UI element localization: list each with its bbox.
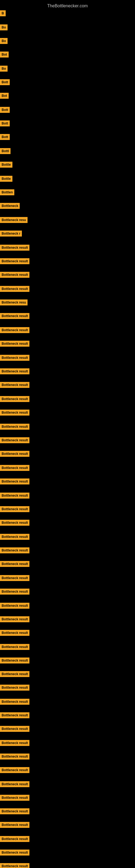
badge-item: Bottle — [0, 176, 12, 183]
badge-item: Bottleneck resu — [0, 300, 28, 307]
badge-label: Bottleneck result — [0, 368, 30, 374]
badge-item: Bottleneck result — [0, 767, 30, 774]
badge-label: Bottleneck result — [0, 849, 30, 856]
badge-label: Bottleneck result — [0, 657, 30, 663]
badge-item: Bottleneck — [0, 203, 20, 210]
badge-label: Bottleneck result — [0, 644, 30, 650]
badge-item: Bottleneck result — [0, 753, 30, 761]
site-title: TheBottlenecker.com — [0, 1, 135, 10]
badge-label: Bottleneck result — [0, 327, 30, 333]
badge-item: Bottleneck result — [0, 534, 30, 541]
badge-item: Bottleneck result — [0, 327, 30, 334]
badge-item: Bot — [0, 52, 9, 59]
badge-item: Bottleneck result — [0, 685, 30, 692]
badge-item: Bottleneck result — [0, 465, 30, 472]
badge-item: Bottleneck result — [0, 630, 30, 637]
badge-label: Bottleneck result — [0, 795, 30, 801]
badge-label: Bottleneck result — [0, 822, 30, 828]
badge-item: Bott — [0, 107, 10, 114]
badge-item: Bottleneck result — [0, 437, 30, 444]
badge-item: Bottleneck result — [0, 822, 30, 829]
badge-item: Bottleneck result — [0, 740, 30, 747]
badge-label: Bottleneck result — [0, 712, 30, 718]
badge-label: Bottleneck result — [0, 699, 30, 705]
badge-label: Bottleneck result — [0, 493, 30, 499]
badge-label: Bottleneck result — [0, 258, 30, 264]
badge-label: Bottle — [0, 176, 12, 182]
badge-label: Bottleneck resu — [0, 300, 28, 305]
badge-item: Bottlen — [0, 189, 14, 196]
badge-label: Bott — [0, 79, 10, 85]
badge-label: B — [0, 10, 6, 16]
badge-item: Bottleneck result — [0, 478, 30, 486]
badge-label: Bottleneck r — [0, 230, 22, 237]
badge-item: Bottleneck result — [0, 368, 30, 375]
badge-item: Bottleneck result — [0, 589, 30, 596]
badge-item: Bottleneck result — [0, 493, 30, 500]
badge-label: Bottleneck result — [0, 355, 30, 361]
badge-item: Bottleneck result — [0, 603, 30, 610]
badge-item: Bottleneck result — [0, 657, 30, 664]
badge-label: Bottleneck result — [0, 286, 30, 292]
badge-item: Bottleneck result — [0, 849, 30, 857]
badge-label: Bottleneck result — [0, 506, 30, 512]
badge-item: Bottleneck result — [0, 506, 30, 513]
badge-label: Bottleneck result — [0, 630, 30, 636]
badge-item: Bottleneck result — [0, 451, 30, 458]
badge-item: Bottleneck resu — [0, 217, 28, 224]
badge-item: Bottleneck result — [0, 616, 30, 623]
badge-item: Bottleneck result — [0, 561, 30, 568]
badge-item: Bottleneck result — [0, 575, 30, 582]
badge-label: Bottleneck resu — [0, 217, 28, 223]
badge-item: Bottleneck result — [0, 699, 30, 706]
badge-label: Bottleneck result — [0, 410, 30, 415]
badge-item: Bottleneck result — [0, 726, 30, 733]
badge-item: Bottleneck result — [0, 286, 30, 293]
badge-label: Bottleneck result — [0, 272, 30, 278]
badge-label: Bottleneck result — [0, 589, 30, 595]
badge-item: Bottleneck result — [0, 396, 30, 403]
badge-label: Bottleneck result — [0, 767, 30, 773]
badge-label: Bottleneck result — [0, 451, 30, 457]
badge-item: Bottleneck result — [0, 382, 30, 389]
badge-item: Bottleneck result — [0, 836, 30, 843]
badge-label: Bottleneck result — [0, 396, 30, 402]
badge-label: Bottleneck result — [0, 863, 30, 868]
badge-label: Bottleneck result — [0, 671, 30, 677]
badge-label: Bottleneck — [0, 203, 20, 209]
badge-label: Bottlen — [0, 189, 14, 195]
badge-label: Bottl — [0, 148, 10, 154]
badge-item: Bottleneck result — [0, 410, 30, 416]
badge-item: Bottleneck result — [0, 644, 30, 651]
badge-item: Bott — [0, 79, 10, 86]
badge-item: Bottleneck result — [0, 781, 30, 788]
badge-label: Bottleneck result — [0, 575, 30, 581]
badge-label: Bottleneck result — [0, 726, 30, 732]
badge-label: Bo — [0, 24, 8, 30]
badge-item: Bottleneck result — [0, 341, 30, 348]
badge-item: Bottleneck result — [0, 424, 30, 431]
badge-item: Bottleneck result — [0, 272, 30, 279]
badge-item: Bottleneck result — [0, 808, 30, 815]
badge-item: Bot — [0, 93, 9, 100]
badge-label: Bottleneck result — [0, 740, 30, 746]
badge-label: Bott — [0, 134, 10, 140]
badge-label: Bottleneck result — [0, 437, 30, 443]
badge-label: Bot — [0, 93, 9, 99]
badge-item: Bottleneck result — [0, 355, 30, 362]
badge-item: Bottl — [0, 148, 10, 155]
badge-label: Bott — [0, 107, 10, 113]
badge-label: Bot — [0, 52, 9, 58]
badge-label: Bottleneck result — [0, 313, 30, 319]
badge-label: Bottleneck result — [0, 685, 30, 691]
badge-label: Bottleneck result — [0, 341, 30, 347]
badge-label: Bo — [0, 38, 8, 44]
badge-label: Bottleneck result — [0, 534, 30, 540]
badge-label: Bottleneck result — [0, 616, 30, 622]
badge-item: Bottleneck result — [0, 795, 30, 802]
badge-label: Bott — [0, 120, 10, 126]
badge-label: Bottleneck result — [0, 753, 30, 760]
badge-label: Bo — [0, 66, 8, 72]
badge-item: Bottleneck result — [0, 313, 30, 320]
badge-item: Bott — [0, 134, 10, 141]
